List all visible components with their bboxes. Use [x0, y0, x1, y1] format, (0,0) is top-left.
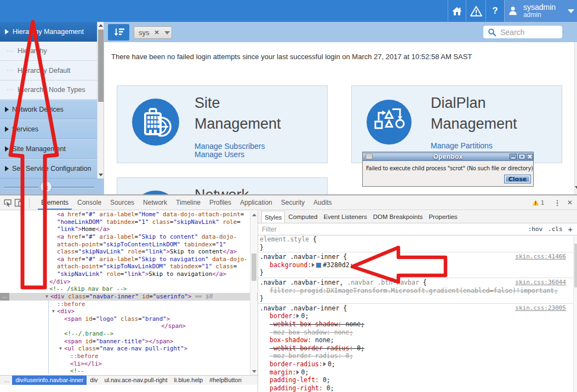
css-property[interactable]: padding-right: 0;	[260, 384, 573, 392]
sidebar-item-network-devices[interactable]: Network Devices	[0, 100, 97, 119]
stylesheet-link[interactable]: skin.css:41466	[515, 253, 566, 261]
sidebar-subitem-hierarchy-node-types[interactable]: ···Hierarchy Node Types	[0, 80, 97, 100]
scrollbar-thumb[interactable]	[252, 253, 256, 281]
styles-tab-styles[interactable]: Styles	[261, 211, 285, 223]
css-property[interactable]: background:#3280d2;	[260, 261, 573, 269]
css-property[interactable]: -moz-border-radius: 0;	[260, 352, 573, 360]
scrollbar-thumb[interactable]	[574, 244, 577, 287]
css-property[interactable]: -webkit-box-shadow: none;	[260, 320, 573, 328]
scrollbar-thumb[interactable]	[98, 30, 104, 102]
maximize-button[interactable]	[518, 154, 525, 159]
dom-tree-row[interactable]: <li></li>	[0, 360, 258, 368]
css-property[interactable]: margin:0;	[260, 368, 573, 377]
devtools-tab-security[interactable]: Security	[277, 195, 309, 210]
dom-tree-row[interactable]: class="skipNavLink" role="link">Skip to …	[0, 248, 258, 256]
expand-arrow-icon[interactable]	[296, 314, 299, 318]
close-window-button[interactable]	[527, 154, 533, 159]
devtools-tab-timeline[interactable]: Timeline	[172, 195, 205, 210]
home-button[interactable]	[448, 0, 466, 22]
link-manage-users[interactable]: Manage Users	[195, 151, 265, 159]
devtools-tab-application[interactable]: Application	[236, 195, 277, 210]
css-property[interactable]: -moz-box-shadow: none;	[260, 328, 573, 337]
devtools-tab-console[interactable]: Console	[73, 195, 106, 210]
console-warnings-badge[interactable]: 1	[532, 199, 544, 206]
search-input[interactable]	[500, 28, 558, 37]
help-button[interactable]: ?	[485, 0, 504, 22]
css-rule[interactable]: .navbar .navbar-inner {skin.css:23005bor…	[258, 304, 573, 392]
expand-arrow-icon[interactable]	[296, 370, 299, 374]
page-scrollbar[interactable]	[574, 42, 577, 194]
dom-tree-row[interactable]: <a href="#" aria-label="Skip to content"…	[0, 233, 258, 241]
devtools-tab-network[interactable]: Network	[139, 195, 172, 210]
breadcrumb-item[interactable]: ...	[0, 376, 12, 385]
dom-tree-row[interactable]: ::before	[0, 301, 258, 308]
expand-arrow-icon[interactable]	[323, 362, 326, 366]
dom-tree-row[interactable]: attach-point="skipToNavLinkDOM" tabindex…	[0, 263, 258, 270]
menu-sort-button[interactable]	[108, 24, 129, 41]
scroll-down-icon[interactable]	[251, 368, 258, 375]
user-menu[interactable]: sysadmin admin	[504, 0, 577, 22]
dom-tree-row[interactable]: <a href="#" aria-label="Skip to navigati…	[0, 256, 258, 263]
styles-toggle-cls[interactable]: .cls	[548, 226, 563, 233]
css-rule[interactable]: element.style {}	[258, 235, 573, 252]
styles-toggle-hov[interactable]: :hov	[528, 226, 543, 233]
dom-tree-row[interactable]: </div>	[0, 278, 258, 286]
dialog-close-button[interactable]: Close	[504, 175, 531, 183]
scroll-up-icon[interactable]	[251, 211, 258, 218]
styles-toggle-[interactable]: +	[568, 225, 573, 234]
filter-input[interactable]: Filter	[262, 226, 277, 233]
collapse-sidebar-button[interactable]: «	[40, 181, 52, 193]
breadcrumb-item[interactable]: #helpButton	[206, 376, 245, 385]
inspect-element-button[interactable]	[2, 198, 13, 207]
color-swatch[interactable]	[316, 263, 321, 268]
dom-tree-row[interactable]: ▼<ul class="nav ace-nav pull-right">	[0, 345, 258, 353]
stylesheet-link[interactable]: skin.css:36044	[515, 279, 566, 287]
devtools-close-button[interactable]: ✕	[563, 199, 577, 206]
dom-tree-row[interactable]: ::before	[0, 353, 258, 360]
breadcrumb-item[interactable]: ul.nav.ace-nav.pull-right	[101, 376, 170, 385]
devtools-tab-elements[interactable]: Elements	[37, 195, 73, 210]
devtools-tab-profiles[interactable]: Profiles	[205, 195, 236, 210]
dialog-titlebar[interactable]: Openbox	[363, 152, 533, 161]
dom-tree-row[interactable]: <span id="banner-title"></span>	[0, 338, 258, 345]
tab-close-icon[interactable]: ✕	[155, 29, 159, 36]
sidebar-item-site-management[interactable]: Site Management	[0, 139, 97, 159]
dom-tree-row[interactable]: <!--	[0, 367, 258, 375]
breadcrumb-item[interactable]: div	[87, 376, 101, 385]
dom-tree-scrollbar[interactable]	[250, 211, 257, 375]
expand-arrow-icon[interactable]	[312, 263, 315, 267]
tab-sys[interactable]: sys ✕	[134, 26, 172, 39]
dom-tree-row[interactable]: ▼<div>	[0, 308, 258, 315]
dom-tree-row[interactable]: <!-- /skip nav bar -->	[0, 285, 258, 293]
css-property[interactable]: -webkit-border-radius: 0;	[260, 344, 573, 353]
styles-tab-properties[interactable]: Properties	[426, 211, 460, 223]
css-property[interactable]: border-radius:0;	[260, 360, 573, 368]
tab-dropdown-icon[interactable]	[164, 31, 170, 34]
scroll-down-icon[interactable]	[575, 186, 577, 189]
stylesheet-link[interactable]: skin.css:23005	[515, 304, 566, 313]
breadcrumb-item[interactable]: li.blue.help	[171, 376, 207, 385]
sidebar-item-services[interactable]: Services	[0, 119, 97, 139]
device-toolbar-button[interactable]	[13, 198, 24, 207]
dom-tree-row[interactable]: <a href="#" aria-label="Home" data-dojo-…	[0, 211, 258, 218]
styles-tab-computed[interactable]: Computed	[285, 211, 320, 223]
dom-tree-row[interactable]: </span>	[0, 322, 258, 330]
sidebar-item-hierarchy-management[interactable]: Hierarchy Management	[0, 22, 97, 42]
css-rule[interactable]: .navbar .navbar-inner {skin.css:41466bac…	[258, 252, 573, 278]
sidebar-subitem-hierarchy-default[interactable]: ···Hierarchy Default	[0, 61, 97, 80]
dom-tree-row[interactable]: attach-point="skipToContentLinkDOM" tabi…	[0, 241, 258, 249]
styles-scrollbar[interactable]	[573, 236, 577, 392]
sidebar-scrollbar[interactable]	[97, 22, 104, 178]
css-property[interactable]: filter: progid:DXImageTransform.Microsof…	[260, 287, 573, 295]
css-property[interactable]: box-shadow: none;	[260, 336, 573, 344]
devtools-tab-sources[interactable]: Sources	[106, 195, 139, 210]
link-manage-partitions[interactable]: Manage Partitions	[431, 142, 493, 150]
css-property[interactable]: padding-left: 0;	[260, 376, 573, 384]
devtools-menu-button[interactable]: ⋮	[552, 199, 563, 207]
dom-tree-row[interactable]: "homeLinkDOM" tabindex="1" class="skipNa…	[0, 218, 258, 226]
dom-tree-row[interactable]: <span id="logo" class="brand">	[0, 315, 258, 323]
dom-tree-row-selected[interactable]: ▼<div class="navbar-inner" id="userinfo"…	[0, 293, 258, 301]
devtools-tab-audits[interactable]: Audits	[309, 195, 336, 210]
sidebar-item-self-service-configuration[interactable]: Self Service Configuration	[0, 159, 97, 178]
dom-tree-row[interactable]: "skipNavLink" role="link">Skip to naviga…	[0, 270, 258, 278]
